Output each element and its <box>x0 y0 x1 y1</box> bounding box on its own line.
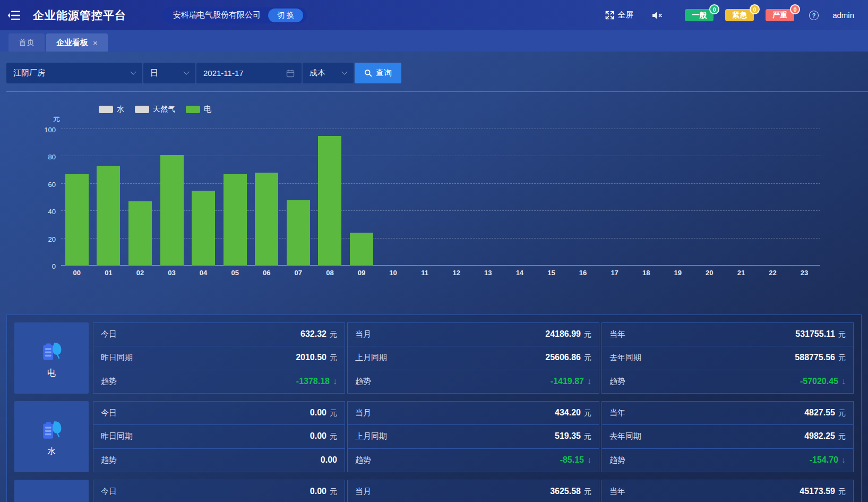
bar-slot <box>536 129 568 266</box>
stat-unit: 元 <box>330 409 337 418</box>
filter-bar: 江阴厂房 日 2021-11-17 成本 查询 <box>6 63 401 83</box>
energy-icon-tile <box>14 480 89 502</box>
tab-home[interactable]: 首页 <box>8 33 45 52</box>
energy-card-water: 水今日0.00元昨日同期0.00元趋势0.00当月434.20元上月同期519.… <box>14 401 854 472</box>
stat-value: 45173.59 <box>800 487 835 496</box>
stat-column: 今日632.32元昨日同期2010.50元趋势-1378.18↓ <box>93 322 345 394</box>
bar-hour-03[interactable] <box>160 155 184 266</box>
stat-value-group: 519.35元 <box>555 431 591 441</box>
fullscreen-button[interactable]: 全屏 <box>605 10 633 20</box>
bar-hour-02[interactable] <box>128 201 152 266</box>
metric-select-value: 成本 <box>310 68 325 78</box>
menu-collapse-icon[interactable] <box>7 10 21 21</box>
switch-company-button[interactable]: 切 换 <box>268 8 303 22</box>
bar-slot <box>251 129 282 266</box>
bar-slot <box>662 129 694 266</box>
stat-row: 昨日同期0.00元 <box>93 424 345 448</box>
site-select[interactable]: 江阴厂房 <box>6 63 142 83</box>
stat-value-group: 2010.50元 <box>296 353 337 363</box>
x-axis-label: 15 <box>536 269 568 277</box>
alarm-badge-严重[interactable]: 严重0 <box>766 9 794 21</box>
stat-column: 今日0.00元昨日同期0.00元趋势0.00 <box>93 401 345 472</box>
stat-value: 4827.55 <box>804 408 835 418</box>
x-axis-label: 21 <box>725 269 757 277</box>
bar-slot <box>282 129 314 266</box>
stat-unit: 元 <box>838 330 846 339</box>
stat-unit: 元 <box>330 487 337 497</box>
mute-button[interactable] <box>651 11 663 20</box>
x-axis-label: 01 <box>93 269 125 277</box>
bar-hour-06[interactable] <box>255 173 278 266</box>
alarm-count-badge: 0 <box>790 4 800 14</box>
bar-hour-07[interactable] <box>287 200 310 266</box>
x-axis-label: 11 <box>409 269 441 277</box>
bar-hour-01[interactable] <box>97 166 120 266</box>
date-picker[interactable]: 2021-11-17 <box>196 63 302 83</box>
stat-value-group: 45173.59元 <box>800 487 846 497</box>
trend-down-arrow-icon: ↓ <box>587 455 591 465</box>
app-title: 企业能源管控平台 <box>33 8 126 23</box>
x-axis-label: 06 <box>251 269 282 277</box>
bar-hour-05[interactable] <box>224 174 247 266</box>
stat-row: 趋势-85.15↓ <box>347 448 599 472</box>
x-axis-label: 17 <box>599 269 631 277</box>
alarm-badge-紧急[interactable]: 紧急0 <box>725 9 754 21</box>
stat-value: 531755.11 <box>795 329 835 339</box>
x-axis-label: 02 <box>124 269 156 277</box>
stat-value-group: -154.70↓ <box>810 455 846 465</box>
username[interactable]: admin <box>832 11 854 20</box>
bar-slot <box>567 129 599 266</box>
stat-label: 趋势 <box>101 455 117 465</box>
x-axis-label: 10 <box>377 269 409 277</box>
alarm-badge-一般[interactable]: 一般0 <box>685 9 714 21</box>
trend-down-arrow-icon: ↓ <box>333 377 337 386</box>
site-select-value: 江阴厂房 <box>13 68 45 78</box>
stat-label: 当年 <box>609 487 625 497</box>
alarm-count-badge: 0 <box>750 4 760 14</box>
stat-row: 今日632.32元 <box>93 322 345 346</box>
legend-label: 天然气 <box>153 105 175 114</box>
tab-enterprise-board[interactable]: 企业看板 × <box>46 33 108 52</box>
energy-type-label: 电 <box>47 368 56 379</box>
y-axis-tick: 0 <box>30 262 56 270</box>
stat-unit: 元 <box>838 353 846 363</box>
bar-hour-08[interactable] <box>318 136 341 266</box>
query-button[interactable]: 查询 <box>355 63 401 83</box>
bar-slot <box>377 129 409 266</box>
stat-value-group: 0.00元 <box>310 487 337 497</box>
energy-type-label: 水 <box>47 446 56 457</box>
section-divider <box>6 91 868 92</box>
stat-unit: 元 <box>330 432 337 441</box>
company-selector: 安科瑞电气股份有限公司 切 换 <box>162 7 307 23</box>
x-axis-label: 19 <box>662 269 694 277</box>
stat-label: 昨日同期 <box>101 431 133 441</box>
tab-close-icon[interactable]: × <box>93 38 98 47</box>
bar-slot <box>441 129 472 266</box>
metric-select[interactable]: 成本 <box>303 63 354 83</box>
help-button[interactable]: ? <box>809 11 819 20</box>
period-select[interactable]: 日 <box>143 63 195 83</box>
legend-label: 水 <box>117 105 124 114</box>
stat-value-group: 632.32元 <box>300 329 337 339</box>
tab-enterprise-board-label: 企业看板 <box>56 38 88 48</box>
help-icon: ? <box>812 12 816 19</box>
stat-unit: 元 <box>584 487 591 497</box>
stat-unit: 元 <box>584 353 591 363</box>
stat-column: 当月3625.58元 <box>347 480 599 502</box>
legend-item-电[interactable]: 电 <box>186 105 211 114</box>
bar-slot <box>504 129 536 266</box>
stat-row: 趋势0.00 <box>93 448 345 472</box>
bar-slot <box>346 129 377 266</box>
y-axis-tick: 40 <box>30 208 56 216</box>
bar-hour-09[interactable] <box>350 233 373 266</box>
stat-value: 434.20 <box>555 408 581 418</box>
stat-column: 当月24186.99元上月同期25606.86元趋势-1419.87↓ <box>347 322 599 394</box>
bar-hour-00[interactable] <box>65 174 89 266</box>
energy-icon-tile: 电 <box>14 322 89 394</box>
stat-value-group: -85.15↓ <box>560 455 591 465</box>
legend-item-水[interactable]: 水 <box>99 105 124 114</box>
stat-row: 去年同期4982.25元 <box>601 424 854 448</box>
trend-down-arrow-icon: ↓ <box>841 377 846 386</box>
bar-hour-04[interactable] <box>192 191 215 266</box>
legend-item-天然气[interactable]: 天然气 <box>135 105 175 114</box>
